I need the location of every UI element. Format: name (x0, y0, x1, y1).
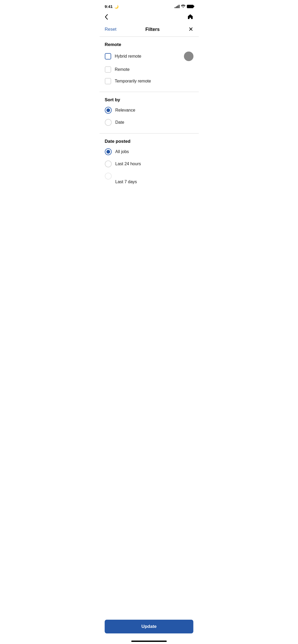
relevance-item[interactable]: Relevance (105, 107, 193, 114)
last-7-days-label: Last 7 days (115, 180, 137, 184)
battery-icon (187, 5, 193, 8)
last-3-days-radio[interactable] (105, 173, 112, 180)
remote-section-title: Remote (105, 42, 193, 47)
date-posted-section-title: Date posted (105, 139, 193, 144)
signal-icon (175, 4, 179, 8)
date-label: Date (115, 120, 124, 125)
status-time: 9:41 🌙 (105, 4, 119, 9)
all-jobs-label: All jobs (115, 149, 129, 154)
wifi-icon (181, 4, 185, 8)
close-button[interactable]: ✕ (188, 26, 193, 32)
remote-label: Remote (115, 67, 130, 72)
sort-by-section: Sort by Relevance Date (100, 92, 199, 128)
hybrid-remote-info-button[interactable] (184, 52, 193, 61)
all-jobs-radio[interactable] (105, 148, 112, 155)
last-24-hours-label: Last 24 hours (115, 162, 141, 166)
relevance-radio[interactable] (105, 107, 112, 114)
hybrid-remote-label: Hybrid remote (115, 54, 141, 59)
all-jobs-item[interactable]: All jobs (105, 148, 193, 155)
date-item[interactable]: Date (105, 119, 193, 128)
moon-icon: 🌙 (114, 5, 119, 9)
back-button[interactable] (105, 13, 110, 22)
status-icons (175, 4, 193, 8)
remote-item: Remote (105, 66, 193, 73)
temporarily-remote-checkbox[interactable] (105, 78, 111, 84)
temporarily-remote-item: Temporarily remote (105, 78, 193, 86)
filters-header: Reset Filters ✕ (100, 23, 199, 36)
remote-section: Remote Hybrid remote Remote Temporarily … (100, 37, 199, 86)
sort-by-section-title: Sort by (105, 97, 193, 103)
date-radio[interactable] (105, 119, 112, 126)
page-title: Filters (145, 27, 160, 32)
home-button[interactable] (187, 13, 193, 21)
hybrid-remote-item: Hybrid remote (105, 52, 193, 61)
last-7-days-area: Last 7 days (100, 180, 199, 205)
relevance-label: Relevance (115, 108, 136, 113)
status-bar: 9:41 🌙 (100, 0, 199, 12)
temporarily-remote-label: Temporarily remote (115, 79, 151, 84)
date-posted-section: Date posted All jobs Last 24 hours (100, 134, 199, 180)
last-24-hours-item[interactable]: Last 24 hours (105, 160, 193, 167)
last-24-hours-radio[interactable] (105, 160, 112, 167)
reset-button[interactable]: Reset (105, 27, 116, 32)
remote-checkbox[interactable] (105, 66, 111, 73)
hybrid-remote-checkbox[interactable] (105, 53, 111, 59)
last-3-days-item[interactable] (105, 173, 193, 180)
nav-bar (100, 12, 199, 23)
